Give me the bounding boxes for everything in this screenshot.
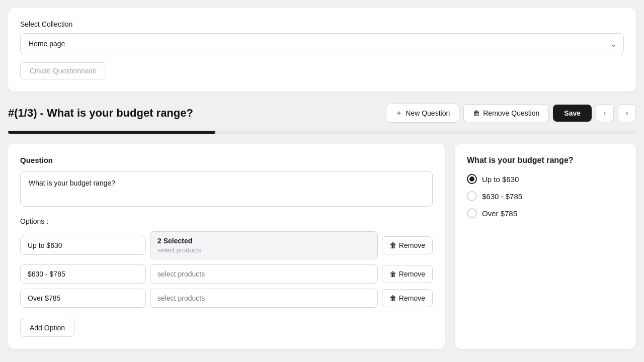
save-button[interactable]: Save bbox=[553, 105, 592, 122]
option-row: 2 Selected select products 🗑 Remove bbox=[20, 231, 433, 259]
chevron-right-icon: › bbox=[625, 109, 628, 118]
preview-option-label-3: Over $785 bbox=[482, 209, 517, 218]
question-input[interactable]: What is your budget range? bbox=[20, 171, 433, 207]
preview-question-title: What is your budget range? bbox=[467, 156, 624, 165]
preview-option-2: $630 - $785 bbox=[467, 191, 624, 201]
chevron-left-icon: ‹ bbox=[603, 109, 606, 118]
page-title: #(1/3) - What is your budget range? bbox=[8, 107, 193, 120]
option-product-input-3[interactable] bbox=[150, 289, 378, 308]
collection-select[interactable]: Home page bbox=[20, 33, 624, 54]
preview-card: What is your budget range? Up to $630 $6… bbox=[455, 144, 636, 349]
progress-bar-fill bbox=[8, 131, 215, 134]
remove-option-button-2[interactable]: 🗑 Remove bbox=[382, 265, 433, 283]
question-card-label: Question bbox=[20, 156, 433, 164]
trash-icon-1: 🗑 bbox=[389, 241, 396, 249]
remove-question-button[interactable]: 🗑 Remove Question bbox=[463, 104, 549, 122]
trash-icon-3: 🗑 bbox=[389, 294, 396, 302]
question-card: Question What is your budget range? Opti… bbox=[8, 144, 445, 349]
preview-option-1: Up to $630 bbox=[467, 174, 624, 184]
nav-next-button[interactable]: › bbox=[618, 104, 636, 122]
option-product-input-2[interactable] bbox=[150, 264, 378, 284]
option-text-input-1[interactable] bbox=[20, 236, 146, 255]
remove-option-button-3[interactable]: 🗑 Remove bbox=[382, 289, 433, 307]
option-row: 🗑 Remove bbox=[20, 264, 433, 284]
add-option-button[interactable]: Add Option bbox=[20, 319, 74, 337]
options-label: Options : bbox=[20, 217, 433, 225]
nav-prev-button[interactable]: ‹ bbox=[596, 104, 614, 122]
header-actions: ＋ New Question 🗑 Remove Question Save ‹ … bbox=[386, 104, 636, 123]
selected-count-badge: 2 Selected bbox=[157, 237, 370, 245]
remove-option-button-1[interactable]: 🗑 Remove bbox=[382, 236, 433, 254]
collection-label: Select Collection bbox=[20, 20, 624, 28]
plus-icon: ＋ bbox=[395, 109, 403, 118]
option-text-input-3[interactable] bbox=[20, 289, 146, 308]
main-content: Question What is your budget range? Opti… bbox=[8, 144, 636, 349]
preview-option-3: Over $785 bbox=[467, 208, 624, 218]
collection-select-wrapper: Home page ⌄ bbox=[20, 33, 624, 54]
question-header: #(1/3) - What is your budget range? ＋ Ne… bbox=[8, 104, 636, 123]
trash-icon-header: 🗑 bbox=[473, 109, 480, 117]
option-row: 🗑 Remove bbox=[20, 289, 433, 308]
option-text-input-2[interactable] bbox=[20, 264, 146, 284]
preview-option-label-2: $630 - $785 bbox=[482, 192, 522, 201]
new-question-button[interactable]: ＋ New Question bbox=[386, 104, 459, 123]
option-product-selector-1[interactable]: 2 Selected select products bbox=[150, 231, 378, 259]
trash-icon-2: 🗑 bbox=[389, 270, 396, 278]
progress-bar-container bbox=[8, 131, 636, 134]
radio-circle-3[interactable] bbox=[467, 208, 477, 218]
top-card: Select Collection Home page ⌄ Create Que… bbox=[8, 8, 636, 92]
select-products-placeholder-1: select products bbox=[157, 246, 201, 254]
radio-circle-1[interactable] bbox=[467, 174, 477, 184]
create-questionnaire-button[interactable]: Create Questionnaire bbox=[20, 62, 106, 79]
preview-option-label-1: Up to $630 bbox=[482, 175, 519, 184]
radio-inner-1 bbox=[469, 176, 474, 182]
radio-circle-2[interactable] bbox=[467, 191, 477, 201]
